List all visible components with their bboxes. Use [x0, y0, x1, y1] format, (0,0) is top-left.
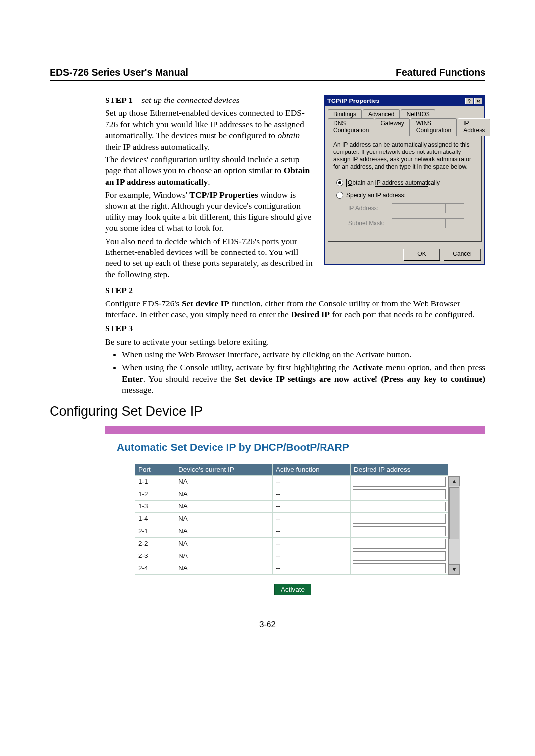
cell-fn: -- [273, 476, 351, 488]
table-row: 2-3NA-- [135, 550, 448, 562]
li2-f: Set device IP settings are now active! (… [235, 374, 485, 384]
cell-ip: NA [175, 562, 273, 575]
cell-ip: NA [175, 501, 273, 513]
table-scrollbar[interactable]: ▲ ▼ [448, 476, 460, 575]
step1-label: STEP 1— [105, 95, 141, 105]
ok-button[interactable]: OK [403, 249, 440, 260]
dialog-note: An IP address can be automatically assig… [333, 141, 476, 171]
dialog-body: An IP address can be automatically assig… [328, 136, 482, 242]
dialog-titlebar[interactable]: TCP/IP Properties ? ✕ [325, 96, 484, 106]
cancel-button[interactable]: Cancel [444, 249, 481, 260]
table-row: 2-2NA-- [135, 538, 448, 550]
step2-label: STEP 2 [105, 285, 485, 296]
cell-ip: NA [175, 525, 273, 538]
desired-ip-input[interactable] [353, 489, 446, 499]
subnet-mask-row: Subnet Mask: [348, 218, 476, 228]
li2-c: menu option, and then press [383, 362, 485, 372]
subnet-mask-label: Subnet Mask: [348, 220, 387, 227]
desired-ip-input[interactable] [353, 526, 446, 536]
radio-obtain-label: btain an IP address automatically [352, 179, 440, 186]
cell-port: 2-3 [135, 550, 175, 562]
cell-port: 1-1 [135, 476, 175, 488]
table-row: 1-2NA-- [135, 488, 448, 501]
radio-specify[interactable] [336, 192, 343, 199]
cell-fn: -- [273, 525, 351, 538]
cell-fn: -- [273, 501, 351, 513]
cell-fn: -- [273, 513, 351, 525]
panel-title: Automatic Set Device IP by DHCP/BootP/RA… [117, 441, 481, 453]
table-row: 2-1NA-- [135, 525, 448, 538]
step3-p: Be sure to activate your settings before… [105, 336, 485, 347]
ip-address-field[interactable] [392, 203, 464, 213]
step1-p1c: their IP address automatically. [105, 142, 210, 151]
ip-address-row: IP Address: [348, 203, 476, 213]
step1-p2a: The devices' configuration utility shoul… [105, 154, 299, 175]
section-title: Configuring Set Device IP [50, 404, 485, 419]
cell-fn: -- [273, 550, 351, 562]
software-panel: Automatic Set Device IP by DHCP/BootP/RA… [105, 441, 485, 595]
scroll-thumb[interactable] [449, 487, 459, 539]
step1-text: STEP 1—set up the connected devices Set … [105, 95, 313, 282]
tab-wins[interactable]: WINS Configuration [411, 118, 457, 136]
brand-bar [105, 426, 485, 434]
scroll-down-icon[interactable]: ▼ [449, 564, 460, 574]
desired-ip-input[interactable] [353, 539, 446, 549]
th-desired-ip[interactable]: Desired IP address [351, 464, 448, 476]
page-header: EDS-726 Series User's Manual Featured Fu… [50, 67, 485, 81]
th-active-fn[interactable]: Active function [273, 464, 351, 476]
cell-ip: NA [175, 513, 273, 525]
tab-advanced[interactable]: Advanced [363, 109, 400, 119]
desired-ip-input[interactable] [353, 502, 446, 511]
tab-dns[interactable]: DNS Configuration [328, 118, 374, 136]
th-current-ip[interactable]: Device's current IP [175, 464, 273, 476]
step2-e: for each port that needs to be configure… [330, 309, 475, 319]
step1-p3b: TCP/IP Properties [189, 190, 258, 200]
tab-netbios[interactable]: NetBIOS [401, 109, 435, 119]
cell-port: 2-4 [135, 562, 175, 575]
table-row: 2-4NA-- [135, 562, 448, 575]
cell-port: 1-4 [135, 513, 175, 525]
table-row: 1-4NA-- [135, 513, 448, 525]
step1-p1a: Set up those Ethernet-enabled devices co… [105, 108, 305, 140]
radio-obtain[interactable] [336, 179, 343, 186]
device-ip-table: Port Device's current IP Active function… [135, 464, 448, 575]
li2-e: . You should receive the [143, 374, 235, 384]
tab-bindings[interactable]: Bindings [328, 109, 362, 119]
cell-port: 1-3 [135, 501, 175, 513]
dialog-title-text: TCP/IP Properties [327, 98, 379, 104]
dialog-tabs-row1: Bindings Advanced NetBIOS DNS Configurat… [328, 109, 482, 136]
tab-gateway[interactable]: Gateway [375, 118, 409, 136]
scroll-up-icon[interactable]: ▲ [449, 476, 460, 486]
li2-g: message. [122, 385, 154, 395]
desired-ip-input[interactable] [353, 477, 446, 487]
tcpip-dialog: TCP/IP Properties ? ✕ Bindings Advanced … [324, 95, 485, 265]
li2-d: Enter [122, 374, 143, 384]
step3-li2: When using the Console utility, activate… [122, 362, 485, 395]
table-row: 1-3NA-- [135, 501, 448, 513]
cell-ip: NA [175, 538, 273, 550]
th-port[interactable]: Port [135, 464, 175, 476]
step2-a: Configure EDS-726's [105, 299, 182, 308]
cell-fn: -- [273, 488, 351, 501]
step1-p4: You also need to decide which of EDS-726… [105, 236, 313, 280]
cell-port: 2-2 [135, 538, 175, 550]
tab-ipaddress[interactable]: IP Address [458, 118, 490, 136]
radio-obtain-row[interactable]: Obtain an IP address automatically [336, 179, 476, 187]
step3-bullets: When using the Web Browser interface, ac… [122, 349, 485, 395]
close-icon[interactable]: ✕ [474, 98, 482, 104]
desired-ip-input[interactable] [353, 563, 446, 573]
cell-fn: -- [273, 562, 351, 575]
step1-p1-em: obtain [277, 130, 300, 140]
help-icon[interactable]: ? [465, 98, 473, 104]
subnet-mask-field[interactable] [392, 218, 464, 228]
activate-button[interactable]: Activate [274, 584, 311, 595]
dialog-tabs-row2: DNS Configuration Gateway WINS Configura… [328, 118, 482, 136]
dialog-footer: OK Cancel [325, 245, 484, 264]
step1-p3a: For example, Windows' [105, 190, 189, 200]
step1-subtitle: set up the connected devices [141, 95, 239, 105]
step2-b: Set device IP [182, 299, 229, 308]
radio-specify-row[interactable]: Specify an IP address: [336, 192, 476, 199]
desired-ip-input[interactable] [353, 551, 446, 561]
cell-port: 1-2 [135, 488, 175, 501]
desired-ip-input[interactable] [353, 514, 446, 524]
